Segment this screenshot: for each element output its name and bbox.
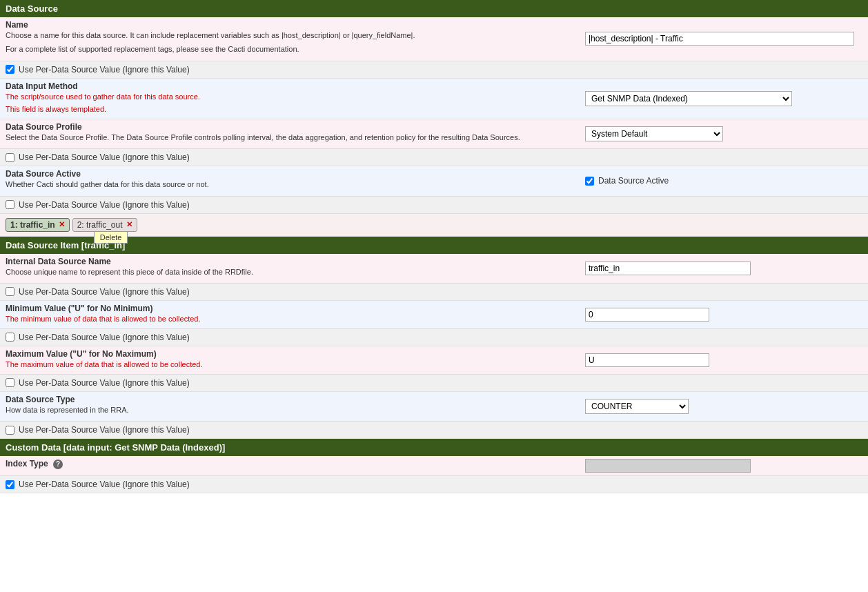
data-source-item-header: Data Source Item [traffic_in] (0, 237, 868, 254)
data-input-method-desc1: The script/source used to gather data fo… (6, 91, 574, 103)
data-source-active-desc: Whether Cacti should gather data for thi… (6, 179, 574, 193)
maximum-value-input[interactable] (585, 353, 709, 367)
active-checkbox-label: Data Source Active (598, 176, 669, 186)
index-checkbox[interactable] (6, 480, 14, 489)
active-checkbox-container: Data Source Active (585, 174, 669, 188)
active-checkbox2[interactable] (6, 200, 14, 209)
data-source-active-control: Data Source Active (580, 166, 868, 195)
name-section: Name Choose a name for this data source.… (0, 17, 868, 61)
data-source-type-select[interactable]: COUNTER GAUGE DERIVE ABSOLUTE (585, 399, 689, 414)
name-label-col: Name Choose a name for this data source.… (0, 17, 580, 61)
minimum-checkbox-label: Use Per-Data Source Value (Ignore this V… (19, 333, 190, 342)
index-type-label: Index Type ? (6, 459, 574, 469)
data-input-method-section: Data Input Method The script/source used… (0, 79, 868, 119)
minimum-value-section: Minimum Value ("U" for No Minimum) The m… (0, 301, 868, 329)
minimum-checkbox[interactable] (6, 333, 14, 342)
internal-name-checkbox-row: Use Per-Data Source Value (Ignore this V… (0, 284, 868, 301)
index-type-control (580, 456, 868, 475)
name-checkbox-label: Use Per-Data Source Value (Ignore this V… (19, 65, 190, 75)
maximum-value-label-col: Maximum Value ("U" for No Maximum) The m… (0, 346, 580, 374)
active-checkbox2-label: Use Per-Data Source Value (Ignore this V… (19, 200, 190, 210)
tab-traffic-out-label: 2: traffic_out (77, 220, 123, 230)
minimum-value-label: Minimum Value ("U" for No Minimum) (6, 304, 574, 313)
data-input-method-control: Get SNMP Data (Indexed) Get SNMP Data Sc… (580, 79, 868, 119)
internal-name-desc: Choose unique name to represent this pie… (6, 266, 574, 280)
internal-name-checkbox-label: Use Per-Data Source Value (Ignore this V… (19, 287, 190, 297)
data-source-profile-label-col: Data Source Profile Select the Data Sour… (0, 119, 580, 148)
name-checkbox-row: Use Per-Data Source Value (Ignore this V… (0, 61, 868, 79)
data-input-method-desc2: This field is always templated. (6, 103, 574, 116)
index-checkbox-label: Use Per-Data Source Value (Ignore this V… (19, 480, 190, 489)
profile-checkbox[interactable] (6, 153, 14, 162)
data-input-method-label-col: Data Input Method The script/source used… (0, 79, 580, 119)
profile-checkbox-label: Use Per-Data Source Value (Ignore this V… (19, 152, 190, 162)
maximum-checkbox-row: Use Per-Data Source Value (Ignore this V… (0, 375, 868, 392)
data-source-active-section: Data Source Active Whether Cacti should … (0, 166, 868, 196)
page-header: Data Source (0, 0, 868, 17)
profile-checkbox-row: Use Per-Data Source Value (Ignore this V… (0, 149, 868, 166)
index-type-section: Index Type ? (0, 456, 868, 476)
name-label: Name (6, 20, 574, 30)
data-source-type-control: COUNTER GAUGE DERIVE ABSOLUTE (580, 392, 868, 421)
minimum-checkbox-row: Use Per-Data Source Value (Ignore this V… (0, 329, 868, 346)
tab-traffic-out-close[interactable]: ✕ (126, 220, 132, 229)
active-checkbox2-row: Use Per-Data Source Value (Ignore this V… (0, 197, 868, 214)
maximum-value-label: Maximum Value ("U" for No Maximum) (6, 349, 574, 359)
index-type-input[interactable] (585, 459, 751, 473)
tab-traffic-in-close[interactable]: ✕ (59, 220, 65, 229)
delete-tooltip: Delete (94, 231, 128, 244)
data-source-active-label-col: Data Source Active Whether Cacti should … (0, 166, 580, 195)
tab-traffic-in-label: 1: traffic_in (10, 220, 55, 230)
active-checkbox[interactable] (585, 177, 594, 186)
name-desc1: Choose a name for this data source. It c… (6, 30, 574, 43)
maximum-checkbox[interactable] (6, 378, 14, 387)
minimum-value-control (580, 301, 868, 328)
internal-name-checkbox[interactable] (6, 287, 14, 296)
name-checkbox[interactable] (6, 65, 14, 74)
page-wrapper: Data Source Name Choose a name for this … (0, 0, 868, 592)
data-source-type-label: Data Source Type (6, 395, 574, 404)
data-source-type-label-col: Data Source Type How data is represented… (0, 392, 580, 421)
internal-name-section: Internal Data Source Name Choose unique … (0, 254, 868, 284)
data-source-active-label: Data Source Active (6, 169, 574, 179)
internal-name-control (580, 254, 868, 283)
tab-traffic-in[interactable]: 1: traffic_in ✕ (6, 218, 70, 232)
internal-name-label-col: Internal Data Source Name Choose unique … (0, 254, 580, 283)
data-source-profile-control: System Default (580, 119, 868, 148)
index-checkbox-row: Use Per-Data Source Value (Ignore this V… (0, 476, 868, 493)
maximum-value-control (580, 346, 868, 374)
internal-name-input[interactable] (585, 262, 751, 275)
type-checkbox-row: Use Per-Data Source Value (Ignore this V… (0, 422, 868, 439)
name-desc2: For a complete list of supported replace… (6, 43, 574, 57)
maximum-value-section: Maximum Value ("U" for No Maximum) The m… (0, 346, 868, 375)
type-checkbox[interactable] (6, 426, 14, 435)
minimum-value-desc: The minimum value of data that is allowe… (6, 313, 574, 326)
name-control-col (580, 17, 868, 61)
minimum-value-input[interactable] (585, 308, 709, 322)
custom-data-header: Custom Data [data input: Get SNMP Data (… (0, 439, 868, 456)
data-source-profile-label: Data Source Profile (6, 122, 574, 132)
index-type-label-col: Index Type ? (0, 456, 580, 475)
data-input-method-select[interactable]: Get SNMP Data (Indexed) Get SNMP Data Sc… (585, 91, 792, 106)
data-source-type-section: Data Source Type How data is represented… (0, 392, 868, 422)
page-title: Data Source (6, 3, 58, 14)
maximum-value-desc: The maximum value of data that is allowe… (6, 359, 574, 371)
data-input-method-label: Data Input Method (6, 81, 574, 91)
data-source-profile-section: Data Source Profile Select the Data Sour… (0, 119, 868, 149)
data-source-profile-select[interactable]: System Default (585, 126, 723, 141)
minimum-value-label-col: Minimum Value ("U" for No Minimum) The m… (0, 301, 580, 328)
data-source-profile-desc: Select the Data Source Profile. The Data… (6, 132, 574, 146)
type-checkbox-label: Use Per-Data Source Value (Ignore this V… (19, 425, 190, 435)
tabs-row: 1: traffic_in ✕ 2: traffic_out ✕ Delete (0, 214, 868, 237)
name-input[interactable] (585, 32, 854, 46)
tab-traffic-out[interactable]: 2: traffic_out ✕ Delete (72, 218, 137, 232)
maximum-checkbox-label: Use Per-Data Source Value (Ignore this V… (19, 378, 190, 388)
data-source-type-desc: How data is represented in the RRA. (6, 404, 574, 418)
internal-name-label: Internal Data Source Name (6, 257, 574, 266)
index-type-help-icon[interactable]: ? (53, 460, 63, 469)
